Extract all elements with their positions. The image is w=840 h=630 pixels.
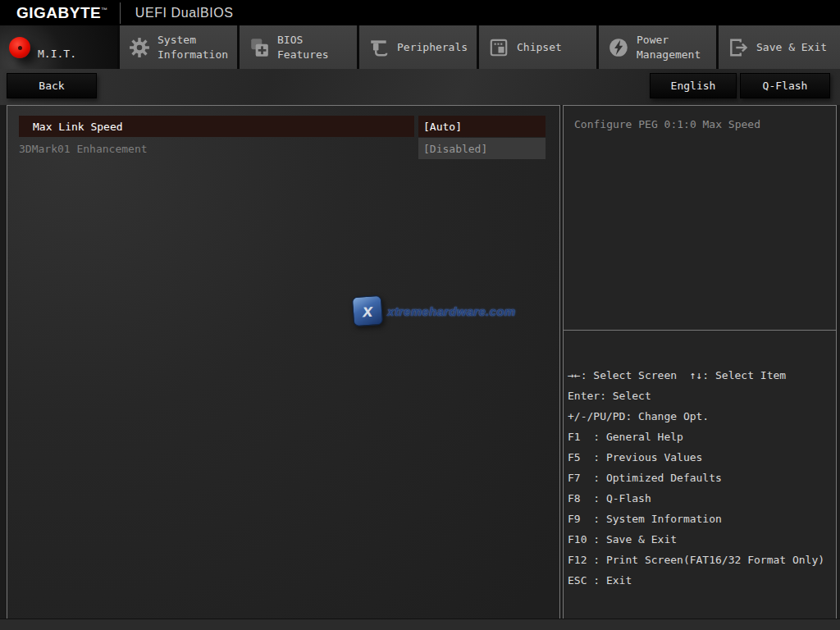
top-bar: GIGABYTE™ UEFI DualBIOS (0, 0, 840, 25)
tab-bar: M.I.T. (0, 25, 840, 69)
qflash-button[interactable]: Q-Flash (740, 73, 830, 98)
tab-chipset[interactable]: Chipset (479, 25, 599, 69)
bottom-strip (0, 619, 840, 630)
setting-label: 3DMark01 Enhancement (19, 138, 414, 159)
key-hint: F7 : Optimized Defaults (568, 468, 833, 488)
setting-label: Max Link Speed (19, 116, 414, 137)
key-hint: ESC : Exit (568, 570, 833, 591)
tab-mit[interactable]: M.I.T. (0, 25, 120, 69)
tab-power-management[interactable]: Power Management (599, 25, 719, 69)
toolbar-row: Back English Q-Flash (0, 69, 840, 105)
watermark: x xtremehardware.com (353, 296, 515, 326)
tab-label: Chipset (517, 40, 562, 55)
tab-peripherals[interactable]: Peripherals (359, 25, 479, 69)
key-hint: F9 : System Information (568, 509, 833, 529)
power-bolt-icon (607, 36, 630, 59)
setting-value[interactable]: [Auto] (418, 116, 546, 137)
gear-icon (128, 36, 151, 59)
key-hint: →←: Select Screen ↑↓: Select Item (568, 365, 833, 386)
tab-label: M.I.T. (38, 47, 76, 62)
key-hint: F10 : Save & Exit (568, 529, 833, 550)
back-button[interactable]: Back (7, 73, 97, 98)
peripherals-icon (368, 36, 390, 59)
key-hint: F8 : Q-Flash (568, 488, 833, 509)
tab-label: BIOS Features (277, 33, 357, 62)
bios-chip-icon (248, 36, 271, 59)
settings-list: Max Link Speed [Auto] 3DMark01 Enhanceme… (7, 106, 559, 159)
help-panel: Configure PEG 0:1:0 Max Speed →←: Select… (563, 105, 837, 619)
bios-title: UEFI DualBIOS (135, 6, 234, 21)
item-help-text: Configure PEG 0:1:0 Max Speed (564, 106, 836, 331)
main-panels: Max Link Speed [Auto] 3DMark01 Enhanceme… (7, 105, 837, 619)
bios-screen: GIGABYTE™ UEFI DualBIOS M.I.T. (0, 0, 840, 630)
key-hint: Enter: Select (568, 386, 833, 406)
key-hint: +/-/PU/PD: Change Opt. (568, 406, 833, 427)
tab-label: Save & Exit (756, 40, 827, 55)
key-legend: →←: Select Screen ↑↓: Select Item Enter:… (564, 331, 836, 619)
setting-row-3dmark01-enhancement[interactable]: 3DMark01 Enhancement [Disabled] (19, 138, 546, 159)
key-hint: F1 : General Help (568, 427, 833, 447)
tab-label: System Information (158, 33, 237, 62)
xtremehardware-logo-icon: x (352, 295, 383, 326)
tab-label: Peripherals (397, 40, 468, 55)
tab-label: Power Management (637, 33, 716, 62)
chipset-icon (487, 36, 510, 59)
settings-panel: Max Link Speed [Auto] 3DMark01 Enhanceme… (7, 105, 560, 619)
topbar-divider (120, 2, 121, 24)
key-hint: F5 : Previous Values (568, 447, 833, 468)
tab-save-exit[interactable]: Save & Exit (719, 25, 840, 69)
gigabyte-logo: GIGABYTE™ (16, 4, 108, 22)
trademark-symbol: ™ (101, 6, 108, 13)
watermark-text: xtremehardware.com (387, 304, 515, 318)
exit-door-icon (727, 36, 750, 59)
language-button[interactable]: English (650, 73, 737, 98)
setting-row-max-link-speed[interactable]: Max Link Speed [Auto] (19, 116, 546, 137)
mit-disc-icon (8, 36, 31, 59)
tab-bios-features[interactable]: BIOS Features (240, 25, 359, 69)
key-hint: F12 : Print Screen(FAT16/32 Format Only) (568, 550, 833, 570)
setting-value[interactable]: [Disabled] (418, 138, 546, 159)
tab-system-information[interactable]: System Information (120, 25, 240, 69)
